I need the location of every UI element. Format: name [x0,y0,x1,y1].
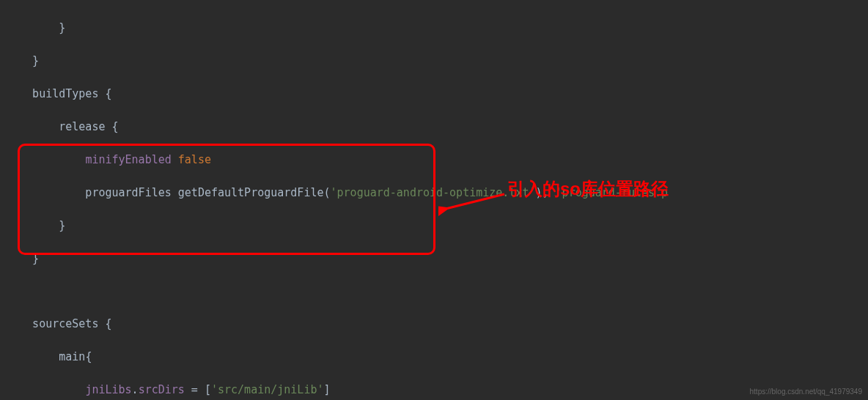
code-line: minifyEnabled false [6,152,868,168]
watermark: https://blog.csdn.net/qq_41979349 [750,386,862,397]
code-line: buildTypes { [6,86,868,103]
code-line: } [6,20,868,37]
code-line: } [6,251,868,267]
code-editor[interactable]: } } buildTypes { release { minifyEnabled… [0,0,868,400]
code-line [6,284,868,300]
code-line: main{ [6,349,868,366]
annotation-label: 引入的so库位置路径 [507,176,669,202]
code-line: } [6,53,868,70]
code-line: release { [6,119,868,136]
code-line: } [6,218,868,234]
code-line: proguardFiles getDefaultProguardFile('pr… [6,185,868,201]
code-line: sourceSets { [6,316,868,333]
code-line: jniLibs.srcDirs = ['src/main/jniLib'] [6,382,868,399]
